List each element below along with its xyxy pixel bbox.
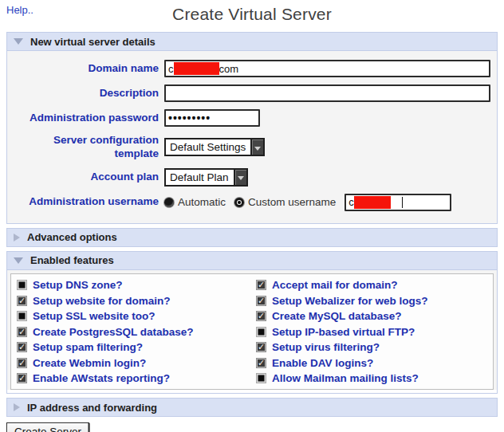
- select-value: Default Settings: [166, 139, 250, 155]
- feature-label: Create Webmin login?: [33, 357, 146, 369]
- collapse-triangle-icon[interactable]: [14, 38, 23, 45]
- server-config-template-select[interactable]: Default Settings: [164, 138, 265, 156]
- row-description: Description: [12, 84, 490, 102]
- feature-checkbox[interactable]: [17, 342, 27, 352]
- feature-checkbox[interactable]: [17, 327, 27, 337]
- page-title: Create Virtual Server: [0, 0, 504, 24]
- section-body-details: Domain name ccom Description Administrat…: [7, 50, 497, 223]
- feature-virus-filtering: Setup virus filtering?: [252, 340, 491, 355]
- feature-checkbox[interactable]: [17, 358, 27, 368]
- features-grid: Setup DNS zone? Accept mail for domain? …: [10, 273, 494, 391]
- select-value: Default Plan: [166, 170, 234, 185]
- admin-password-input[interactable]: •••••••••: [164, 109, 260, 127]
- feature-checkbox[interactable]: [256, 342, 266, 352]
- feature-label: Setup DNS zone?: [33, 279, 123, 291]
- feature-label: Setup Webalizer for web logs?: [272, 295, 428, 307]
- redaction-box: [174, 62, 219, 75]
- feature-checkbox[interactable]: [256, 280, 266, 290]
- feature-label: Enable DAV logins?: [272, 357, 373, 369]
- section-header-details[interactable]: New virtual server details: [7, 33, 497, 50]
- collapse-triangle-icon[interactable]: [14, 234, 20, 242]
- custom-username-radio[interactable]: [234, 198, 244, 207]
- feature-label: Setup SSL website too?: [33, 310, 156, 322]
- feature-checkbox[interactable]: [256, 296, 266, 306]
- feature-webmin-login: Create Webmin login?: [13, 355, 252, 371]
- section-body-features: Setup DNS zone? Accept mail for domain? …: [7, 269, 497, 391]
- section-title: IP address and forwarding: [27, 402, 157, 414]
- feature-checkbox[interactable]: [17, 280, 27, 290]
- section-title: New virtual server details: [30, 36, 156, 48]
- account-plan-select[interactable]: Default Plan: [164, 168, 248, 187]
- dropdown-arrow-icon[interactable]: [234, 170, 246, 185]
- feature-setup-webalizer: Setup Webalizer for web logs?: [252, 293, 491, 308]
- feature-label: Setup virus filtering?: [272, 341, 380, 353]
- admin-username-label: Administration username: [12, 195, 159, 209]
- row-admin-password: Administration password •••••••••: [12, 109, 490, 127]
- help-link[interactable]: Help..: [6, 4, 33, 16]
- feature-checkbox[interactable]: [256, 327, 266, 337]
- feature-checkbox[interactable]: [256, 358, 266, 368]
- dropdown-arrow-icon[interactable]: [250, 139, 263, 155]
- feature-label: Setup IP-based virtual FTP?: [272, 326, 415, 338]
- create-server-button[interactable]: Create Server: [6, 422, 89, 432]
- description-label: Description: [12, 87, 159, 100]
- row-admin-username: Administration username Automatic Custom…: [12, 194, 490, 211]
- feature-label: Create PostgresSQL database?: [33, 326, 194, 338]
- feature-spam-filtering: Setup spam filtering?: [13, 340, 252, 355]
- admin-password-label: Administration password: [12, 112, 159, 125]
- feature-dav-logins: Enable DAV logins?: [252, 355, 491, 371]
- feature-setup-dns-zone: Setup DNS zone?: [13, 277, 252, 293]
- feature-checkbox[interactable]: [256, 311, 266, 321]
- feature-checkbox[interactable]: [17, 296, 27, 306]
- feature-setup-ssl: Setup SSL website too?: [13, 308, 252, 324]
- feature-label: Allow Mailman mailing lists?: [272, 372, 419, 384]
- custom-username-input[interactable]: c: [345, 194, 451, 211]
- feature-setup-website: Setup website for domain?: [13, 293, 252, 308]
- section-header-ip[interactable]: IP address and forwarding: [7, 399, 497, 416]
- account-plan-label: Account plan: [12, 171, 159, 184]
- feature-accept-mail: Accept mail for domain?: [252, 277, 491, 293]
- domain-name-input[interactable]: ccom: [164, 60, 490, 77]
- feature-mailman: Allow Mailman mailing lists?: [252, 371, 491, 387]
- section-new-virtual-server-details: New virtual server details Domain name c…: [6, 32, 498, 224]
- collapse-triangle-icon[interactable]: [14, 403, 20, 411]
- feature-create-postgres: Create PostgresSQL database?: [13, 324, 252, 340]
- feature-create-mysql: Create MySQL database?: [252, 308, 491, 324]
- section-title: Enabled features: [30, 254, 114, 266]
- section-header-advanced[interactable]: Advanced options: [7, 229, 497, 246]
- feature-checkbox[interactable]: [256, 373, 266, 383]
- feature-checkbox[interactable]: [17, 373, 27, 383]
- section-enabled-features: Enabled features Setup DNS zone? Accept …: [6, 251, 498, 395]
- top-bar: Help.. Create Virtual Server: [0, 0, 504, 32]
- feature-label: Setup website for domain?: [33, 295, 171, 307]
- feature-label: Enable AWstats reporting?: [33, 372, 170, 384]
- section-ip-address-forwarding: IP address and forwarding: [6, 398, 498, 417]
- domain-name-label: Domain name: [12, 62, 159, 76]
- feature-ip-virtual-ftp: Setup IP-based virtual FTP?: [252, 324, 491, 340]
- server-config-template-label: Server configuration template: [12, 134, 159, 161]
- feature-label: Accept mail for domain?: [272, 279, 398, 291]
- collapse-triangle-icon[interactable]: [14, 257, 23, 264]
- section-advanced-options: Advanced options: [6, 228, 498, 247]
- redaction-box: [354, 196, 391, 209]
- feature-label: Create MySQL database?: [272, 310, 402, 322]
- footer: Create Server: [6, 422, 498, 432]
- feature-awstats: Enable AWstats reporting?: [13, 371, 252, 387]
- domain-value-suffix: com: [219, 63, 239, 75]
- feature-label: Setup spam filtering?: [33, 341, 143, 353]
- automatic-radio[interactable]: [164, 198, 174, 207]
- section-header-features[interactable]: Enabled features: [7, 252, 497, 269]
- create-virtual-server-page: { "page": { "help_link": "Help..", "titl…: [0, 0, 504, 432]
- section-title: Advanced options: [27, 231, 117, 243]
- automatic-radio-label: Automatic: [178, 196, 226, 208]
- row-server-config-template: Server configuration template Default Se…: [12, 134, 490, 161]
- text-cursor: [402, 197, 403, 208]
- row-account-plan: Account plan Default Plan: [12, 168, 490, 187]
- row-domain-name: Domain name ccom: [12, 60, 490, 77]
- description-input[interactable]: [164, 84, 490, 102]
- custom-username-radio-label: Custom username: [248, 196, 336, 208]
- feature-checkbox[interactable]: [17, 311, 27, 321]
